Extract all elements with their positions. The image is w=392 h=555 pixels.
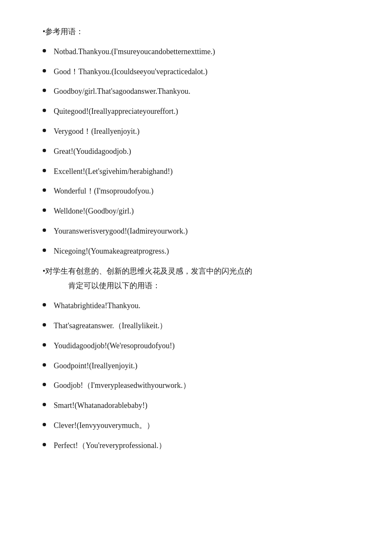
bullet-icon (43, 303, 46, 306)
item-text: Verygood！(Ireallyenjoyit.) (54, 125, 358, 138)
bullet-icon (43, 343, 46, 347)
bullet-icon (43, 249, 46, 252)
section-reference: •参考用语： Notbad.Thankyou.(I'msureyoucandob… (43, 26, 358, 257)
list-item: Excellent!(Let'sgivehim/herabighand!) (43, 165, 358, 178)
bullet-icon (43, 383, 46, 386)
list-item: Nicegoing!(Youmakeagreatprogress.) (43, 245, 358, 257)
list-item: Whatabrightidea!Thankyou. (43, 300, 358, 312)
list-item: Notbad.Thankyou.(I'msureyoucandobetterne… (43, 46, 358, 58)
item-text: Whatabrightidea!Thankyou. (54, 300, 358, 312)
list-item: Goodpoint!(Ireallyenjoyit.) (43, 360, 358, 372)
list-item: Goodboy/girl.That'sagoodanswer.Thankyou. (43, 85, 358, 98)
item-text: Welldone!(Goodboy/girl.) (54, 205, 358, 217)
item-text: Youranswerisverygood!(Iadmireyourwork.) (54, 225, 358, 237)
creative-list: Whatabrightidea!Thankyou. That'sagreatan… (43, 300, 358, 451)
item-text: Nicegoing!(Youmakeagreatprogress.) (54, 245, 358, 257)
item-text: Great!(Youdidagoodjob.) (54, 145, 358, 158)
section-creative-header: •对学生有创意的、创新的思维火花及灵感，发言中的闪光点的 (43, 265, 358, 278)
bullet-icon (43, 208, 46, 212)
item-text: Good！Thankyou.(Icouldseeyou'vepracticeda… (54, 66, 358, 78)
item-text: Goodpoint!(Ireallyenjoyit.) (54, 360, 358, 372)
item-text: Youdidagoodjob!(We'resoproudofyou!) (54, 340, 358, 352)
bullet-icon (43, 323, 46, 327)
item-text: Quitegood!(Ireallyappreciateyoureffort.) (54, 105, 358, 118)
item-text: Notbad.Thankyou.(I'msureyoucandobetterne… (54, 46, 358, 58)
list-item: Good！Thankyou.(Icouldseeyou'vepracticeda… (43, 66, 358, 78)
section-creative: •对学生有创意的、创新的思维火花及灵感，发言中的闪光点的 肯定可以使用以下的用语… (43, 265, 358, 452)
section-reference-header: •参考用语： (43, 26, 358, 38)
list-item: Quitegood!(Ireallyappreciateyoureffort.) (43, 105, 358, 118)
list-item: That'sagreatanswer.（Ireallylikeit.） (43, 320, 358, 332)
list-item: Youdidagoodjob!(We'resoproudofyou!) (43, 340, 358, 352)
bullet-icon (43, 49, 46, 52)
item-text: Smart!(Whatanadorablebaby!) (54, 399, 358, 412)
list-item: Goodjob!（I'mverypleasedwithyourwork.） (43, 379, 358, 392)
list-item: Clever!(Ienvyyouverymuch。） (43, 419, 358, 432)
list-item: Perfect!（You'reveryprofessional.） (43, 439, 358, 452)
bullet-icon (43, 169, 46, 172)
bullet-icon (43, 149, 46, 152)
item-text: Excellent!(Let'sgivehim/herabighand!) (54, 165, 358, 178)
bullet-icon (43, 443, 46, 446)
list-item: Smart!(Whatanadorablebaby!) (43, 399, 358, 412)
bullet-icon (43, 129, 46, 132)
bullet-icon (43, 89, 46, 92)
list-item: Verygood！(Ireallyenjoyit.) (43, 125, 358, 138)
item-text: That'sagreatanswer.（Ireallylikeit.） (54, 320, 358, 332)
item-text: Perfect!（You'reveryprofessional.） (54, 439, 358, 452)
item-text: Wonderful！(I'msoproudofyou.) (54, 185, 358, 197)
bullet-icon (43, 109, 46, 112)
item-text: Goodboy/girl.That'sagoodanswer.Thankyou. (54, 85, 358, 98)
bullet-icon (43, 228, 46, 232)
section-creative-indent: 肯定可以使用以下的用语： (43, 280, 358, 292)
list-item: Youranswerisverygood!(Iadmireyourwork.) (43, 225, 358, 237)
item-text: Clever!(Ienvyyouverymuch。） (54, 419, 358, 432)
list-item: Welldone!(Goodboy/girl.) (43, 205, 358, 217)
list-item: Wonderful！(I'msoproudofyou.) (43, 185, 358, 197)
bullet-icon (43, 69, 46, 72)
bullet-icon (43, 403, 46, 406)
bullet-icon (43, 363, 46, 367)
bullet-icon (43, 423, 46, 426)
reference-list: Notbad.Thankyou.(I'msureyoucandobetterne… (43, 46, 358, 257)
list-item: Great!(Youdidagoodjob.) (43, 145, 358, 158)
item-text: Goodjob!（I'mverypleasedwithyourwork.） (54, 379, 358, 392)
bullet-icon (43, 188, 46, 192)
